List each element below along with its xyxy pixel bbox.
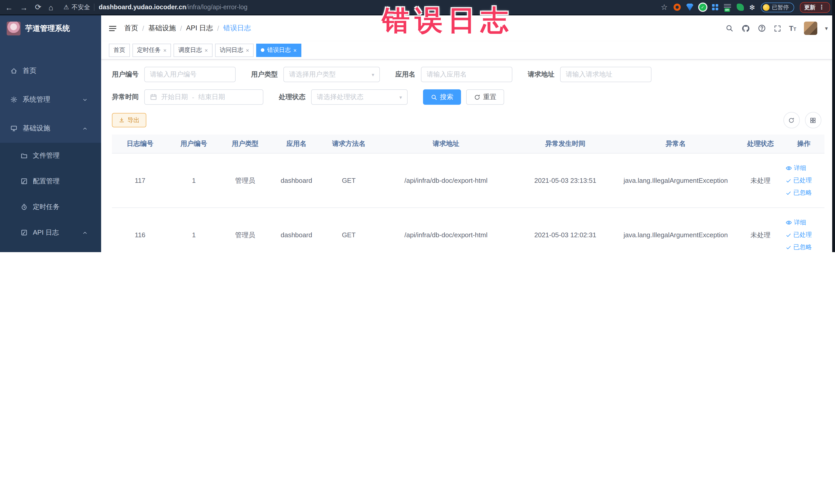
extensions-puzzle-icon[interactable]: ❇ [749,3,755,11]
breadcrumb-item[interactable]: 首页 [124,24,138,33]
cell-actions: 详细已处理已忽略 [784,218,824,251]
sidebar-item[interactable]: 首页 [0,57,101,85]
github-icon[interactable] [741,24,750,33]
tags-view-tab[interactable]: 首页 [109,43,130,57]
chevron-down-icon: ▾ [372,72,374,77]
reload-icon[interactable]: ⟳ [35,3,41,12]
refresh-table-button[interactable] [783,112,799,128]
avatar[interactable] [804,22,817,35]
breadcrumb-item[interactable]: API 日志 [186,24,213,33]
close-icon[interactable]: × [205,47,208,53]
emoji-face-icon [762,4,769,11]
column-header: 操作 [784,139,824,148]
tags-view-tab[interactable]: 错误日志 × [257,43,301,57]
column-settings-button[interactable] [805,112,821,128]
date-range-input[interactable]: 开始日期 - 结束日期 [144,89,263,105]
extension-grid-icon[interactable] [712,4,718,10]
reset-button[interactable]: 重置 [466,89,504,105]
chevron-up-icon [82,125,88,131]
user-type-select[interactable]: 请选择用户类型▾ [283,67,380,82]
check-icon [786,190,792,196]
security-chip[interactable]: ⚠ 不安全 [63,3,90,12]
window-scrollbar[interactable] [832,0,835,252]
help-icon[interactable] [758,24,766,32]
browser-update-button[interactable]: 更新 ⋮ [799,2,830,13]
app-name-input[interactable]: 请输入应用名 [421,67,512,82]
sidebar: 芋道管理系统 首页 系统管理 基础设施 文件管理 配置管理 定时任务 API 日… [0,15,101,252]
cell-log-id: 116 [112,231,168,239]
placeholder: 请输入请求地址 [566,70,612,79]
tags-view-tab[interactable]: 调度日志 × [174,43,212,57]
page-content: 用户编号 请输入用户编号 用户类型 请选择用户类型▾ 应用名 请输入应用名 请求… [101,60,835,252]
sidebar-item[interactable]: 文件管理 [0,143,101,168]
chevron-down-icon[interactable]: ▾ [825,25,828,32]
extension-on-badge-icon[interactable]: on [724,4,731,10]
action-processed-link[interactable]: 已处理 [786,230,812,239]
sidebar-item[interactable]: 基础设施 [0,114,101,143]
extension-green-icon[interactable]: ✓ [699,4,706,11]
close-icon[interactable]: × [163,47,167,53]
check-icon [786,177,792,184]
folder-icon [21,152,28,159]
filter-exception-time: 异常时间 开始日期 - 结束日期 [112,89,263,105]
breadcrumb-item[interactable]: 基础设施 [148,24,176,33]
eye-icon [786,165,792,172]
column-header: 应用名 [271,139,322,148]
search-button[interactable]: 搜索 [423,89,461,105]
process-status-select[interactable]: 请选择处理状态▾ [311,89,408,105]
sidebar-item[interactable]: 系统管理 [0,85,101,114]
refresh-icon [788,117,795,123]
action-processed-link[interactable]: 已处理 [786,176,812,185]
fullscreen-icon[interactable] [774,24,781,32]
action-ignored-link[interactable]: 已忽略 [786,243,812,251]
sidebar-item[interactable]: 定时任务 [0,194,101,220]
back-icon[interactable]: ← [5,3,13,12]
forward-icon[interactable]: → [20,3,28,12]
home-icon[interactable]: ⌂ [48,3,53,12]
extension-blue-icon[interactable] [686,4,693,11]
url-path: /infra/log/api-error-log [186,4,247,11]
search-label: 搜索 [440,93,453,102]
kebab-menu-icon[interactable]: ⋮ [819,4,825,11]
filter-label: 用户编号 [112,70,139,79]
cell-exception-time: 2021-05-03 12:02:31 [516,231,614,239]
filter-request-url: 请求地址 请输入请求地址 [528,67,651,82]
logo-area[interactable]: 芋道管理系统 [0,15,101,41]
breadcrumb-separator: / [142,24,144,32]
doc-edit-icon [21,229,28,236]
action-detail-link[interactable]: 详细 [786,218,806,227]
close-icon[interactable]: × [293,47,297,53]
action-ignored-link[interactable]: 已忽略 [786,188,812,197]
search-icon[interactable] [726,24,734,32]
home-icon [10,67,18,75]
sidebar-item[interactable]: 配置管理 [0,168,101,194]
range-separator: - [192,93,194,101]
request-url-input[interactable]: 请输入请求地址 [560,67,651,82]
column-header: 请求方法名 [322,139,375,148]
breadcrumb-item[interactable]: 错误日志 [223,24,251,33]
sidebar-item[interactable]: 访问日志 [0,245,101,252]
close-icon[interactable]: × [246,47,249,53]
bookmark-star-icon[interactable]: ☆ [661,3,668,12]
tab-label: 定时任务 [137,46,161,54]
action-detail-link[interactable]: 详细 [786,164,806,173]
filter-process-status: 处理状态 请选择处理状态▾ [279,89,408,105]
user-id-input[interactable]: 请输入用户编号 [144,67,236,82]
placeholder: 请选择处理状态 [317,93,364,102]
tags-view-tab[interactable]: 访问日志 × [215,43,254,57]
filter-row-1: 用户编号 请输入用户编号 用户类型 请选择用户类型▾ 应用名 请输入应用名 请求… [112,67,824,82]
font-size-icon[interactable]: TT [789,24,796,32]
paused-extension-button[interactable]: 已暂停 [760,2,794,12]
cell-app-name: dashboard [271,177,322,184]
active-dot-icon [261,48,265,52]
tags-view-tab[interactable]: 定时任务 × [133,43,171,57]
hamburger-icon[interactable] [108,24,117,33]
grid-icon [810,117,816,123]
check-icon [786,244,792,250]
sidebar-item[interactable]: API 日志 [0,220,101,245]
extension-orange-icon[interactable] [673,4,680,11]
address-bar[interactable]: ⚠ 不安全 dashboard.yudao.iocoder.cn/infra/l… [63,3,653,12]
export-button[interactable]: 导出 [112,113,146,127]
column-header: 异常发生时间 [516,139,614,148]
extension-leaf-icon[interactable] [736,4,744,11]
